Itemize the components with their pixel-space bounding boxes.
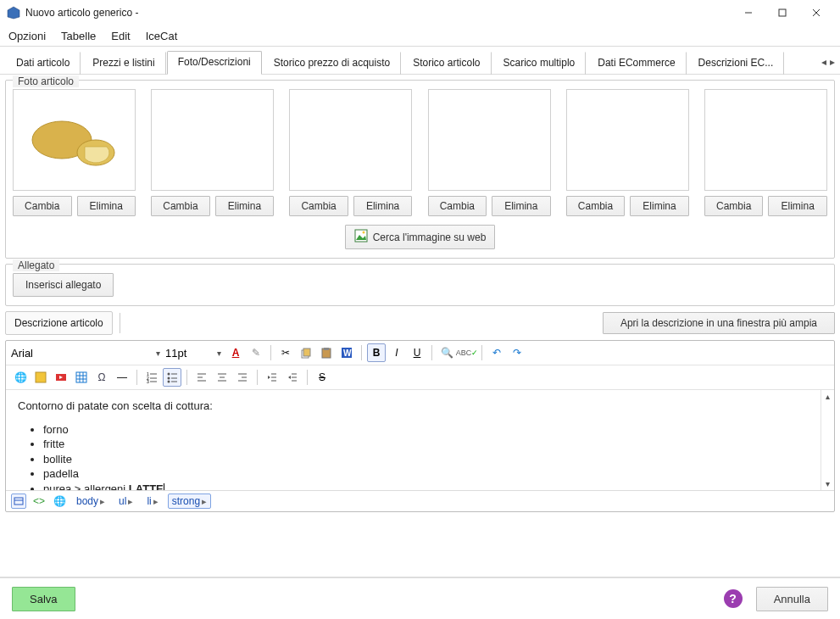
unordered-list-button[interactable] xyxy=(163,368,181,387)
salva-button[interactable]: Salva xyxy=(12,587,75,611)
menu-tabelle[interactable]: Tabelle xyxy=(61,30,96,42)
elimina-button-4[interactable]: Elimina xyxy=(492,196,551,216)
foto-image-3[interactable] xyxy=(289,89,412,191)
insert-image-button[interactable] xyxy=(31,368,50,387)
spellcheck-button[interactable]: ABC✓ xyxy=(458,343,476,362)
insert-symbol-button[interactable]: Ω xyxy=(92,368,111,387)
svg-text:W: W xyxy=(343,349,352,358)
cambia-button-1[interactable]: Cambia xyxy=(13,196,72,216)
editor-scrollbar[interactable]: ▴ ▾ xyxy=(821,390,834,490)
cambia-button-2[interactable]: Cambia xyxy=(151,196,210,216)
insert-video-button[interactable] xyxy=(52,368,70,387)
font-family-select[interactable]: Arial ▾ xyxy=(11,347,164,360)
foto-slot-3: Cambia Elimina xyxy=(289,89,412,216)
elimina-button-2[interactable]: Elimina xyxy=(215,196,275,216)
elimina-button-1[interactable]: Elimina xyxy=(77,196,136,216)
copy-button[interactable] xyxy=(297,343,315,362)
chevron-right-icon: ▸ xyxy=(202,496,207,507)
cerca-immagine-web-label: Cerca l'immagine su web xyxy=(373,231,487,243)
tab-dati-articolo[interactable]: Dati articolo xyxy=(5,52,81,75)
insert-table-button[interactable] xyxy=(72,368,91,387)
font-size-select[interactable]: 11pt ▾ xyxy=(165,347,225,360)
apri-descrizione-ampia-button[interactable]: Apri la descrizione in una finestra più … xyxy=(603,312,835,334)
cambia-button-5[interactable]: Cambia xyxy=(566,196,626,216)
clear-format-button[interactable]: ✎ xyxy=(247,343,265,362)
elimina-button-5[interactable]: Elimina xyxy=(630,196,689,216)
elimina-button-3[interactable]: Elimina xyxy=(353,196,413,216)
cambia-button-6[interactable]: Cambia xyxy=(704,196,764,216)
align-right-button[interactable] xyxy=(233,368,252,387)
minimize-button[interactable] xyxy=(732,1,765,25)
undo-button[interactable]: ↶ xyxy=(487,343,506,362)
elimina-button-6[interactable]: Elimina xyxy=(768,196,827,216)
close-button[interactable] xyxy=(799,1,833,25)
menu-edit[interactable]: Edit xyxy=(111,30,130,42)
scroll-down-icon[interactable]: ▾ xyxy=(826,479,830,488)
cambia-button-3[interactable]: Cambia xyxy=(289,196,348,216)
cerca-immagine-web-button[interactable]: Cerca l'immagine su web xyxy=(345,225,496,249)
path-crumb-li[interactable]: li▸ xyxy=(142,494,162,509)
annulla-button[interactable]: Annulla xyxy=(756,587,828,611)
cambia-button-4[interactable]: Cambia xyxy=(428,196,487,216)
cut-button[interactable]: ✂ xyxy=(276,343,295,362)
menu-opzioni[interactable]: Opzioni xyxy=(8,30,46,42)
chevron-right-icon: ▸ xyxy=(153,496,159,507)
tab-storico-prezzo-acquisto[interactable]: Storico prezzo di acquisto xyxy=(263,52,401,75)
editor-statusbar: <> 🌐 body▸ ul▸ li▸ strong▸ xyxy=(6,490,834,511)
preview-view-button[interactable]: 🌐 xyxy=(52,494,67,509)
underline-button[interactable]: U xyxy=(408,343,426,362)
redo-button[interactable]: ↷ xyxy=(508,343,526,362)
editor-list-item: padella xyxy=(43,466,809,482)
insert-hr-button[interactable]: ― xyxy=(113,368,131,387)
app-icon xyxy=(7,6,20,20)
window-title: Nuovo articolo generico - xyxy=(25,7,732,19)
outdent-button[interactable] xyxy=(263,368,281,387)
svg-marker-45 xyxy=(268,376,270,379)
align-left-button[interactable] xyxy=(192,368,211,387)
chevron-right-icon: ▸ xyxy=(128,496,133,507)
editor-list-item-strong: LATTE xyxy=(129,482,164,490)
descrizione-separator xyxy=(120,313,120,333)
foto-image-4[interactable] xyxy=(428,89,551,191)
path-crumb-body[interactable]: body▸ xyxy=(72,494,109,509)
tab-prezzi-listini[interactable]: Prezzi e listini xyxy=(81,52,165,75)
tabs-next-icon[interactable]: ▸ xyxy=(830,56,835,68)
tabs-prev-icon[interactable]: ◂ xyxy=(821,56,826,68)
path-crumb-strong[interactable]: strong▸ xyxy=(168,494,211,509)
font-size-value: 11pt xyxy=(165,347,186,360)
maximize-button[interactable] xyxy=(765,1,799,25)
tabs-row: Dati articolo Prezzi e listini Foto/Desc… xyxy=(0,46,840,75)
italic-button[interactable]: I xyxy=(387,343,406,362)
ordered-list-button[interactable]: 123 xyxy=(142,368,161,387)
tab-dati-ecommerce[interactable]: Dati ECommerce xyxy=(587,52,686,75)
bold-button[interactable]: B xyxy=(367,343,386,362)
foto-image-2[interactable] xyxy=(151,89,274,191)
menu-bar: Opzioni Tabelle Edit IceCat xyxy=(0,25,840,46)
menu-icecat[interactable]: IceCat xyxy=(146,30,178,42)
tab-foto-descrizioni[interactable]: Foto/Descrizioni xyxy=(167,51,262,75)
design-view-button[interactable] xyxy=(11,494,26,509)
inserisci-allegato-button[interactable]: Inserisci allegato xyxy=(13,273,114,297)
paste-word-button[interactable]: W xyxy=(337,343,356,362)
font-color-button[interactable]: A xyxy=(226,343,245,362)
path-crumb-ul[interactable]: ul▸ xyxy=(114,494,137,509)
tab-scarico-multiplo[interactable]: Scarico multiplo xyxy=(492,52,587,75)
help-button[interactable]: ? xyxy=(724,589,743,608)
indent-button[interactable] xyxy=(283,368,302,387)
tab-storico-articolo[interactable]: Storico articolo xyxy=(402,52,491,75)
find-button[interactable]: 🔍 xyxy=(437,343,456,362)
tab-descrizioni-ec[interactable]: Descrizioni EC... xyxy=(687,52,785,75)
paste-button[interactable] xyxy=(317,343,336,362)
insert-link-button[interactable]: 🌐 xyxy=(11,368,30,387)
foto-image-6[interactable] xyxy=(704,89,827,191)
svg-rect-13 xyxy=(324,348,329,350)
html-view-button[interactable]: <> xyxy=(31,494,47,509)
align-center-button[interactable] xyxy=(213,368,231,387)
editor-body[interactable]: Contorno di patate con scelta di cottura… xyxy=(6,390,821,490)
editor-list-item-prefix: purea > allergeni xyxy=(43,482,129,490)
strikethrough-button[interactable]: S xyxy=(313,368,331,387)
foto-image-5[interactable] xyxy=(566,89,689,191)
scroll-up-icon[interactable]: ▴ xyxy=(826,392,830,401)
foto-image-1[interactable] xyxy=(13,89,136,191)
foto-slot-5: Cambia Elimina xyxy=(566,89,689,216)
